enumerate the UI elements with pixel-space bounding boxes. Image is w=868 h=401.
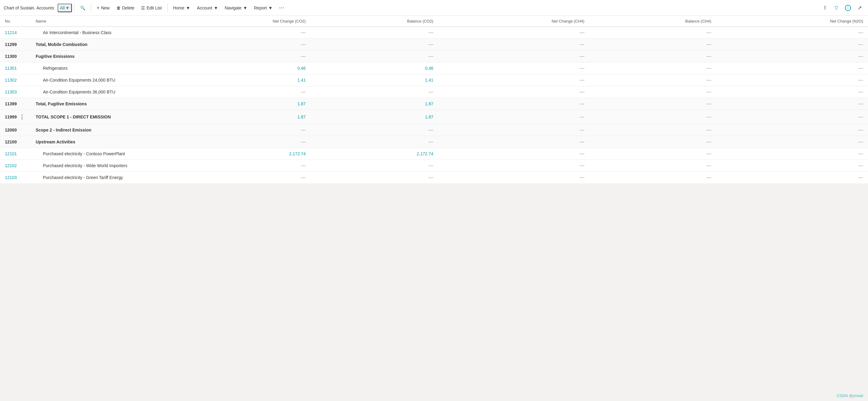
col-header-balance-co2: Balance (CO2): [310, 16, 438, 27]
table-cell-balance-co2: —: [310, 136, 438, 148]
dash-value: —: [301, 54, 306, 59]
more-button[interactable]: ···: [276, 4, 288, 12]
home-button[interactable]: Home ▼: [170, 4, 193, 12]
dash-value: —: [707, 139, 711, 144]
new-button-label: New: [101, 5, 110, 10]
table-cell-balance-ch4: —: [589, 124, 716, 136]
table-row: 11999⋮TOTAL SCOPE 1 - DIRECT EMISSION1.8…: [0, 110, 868, 124]
toolbar-separator-3: [167, 4, 167, 12]
table-row: 11303Air-Condition Equipments 36,000 BTU…: [0, 86, 868, 98]
navigate-button[interactable]: Navigate ▼: [222, 4, 250, 12]
info-button[interactable]: i: [843, 3, 853, 13]
report-chevron-icon: ▼: [269, 5, 273, 10]
table-cell-net-change-n2o: —: [716, 98, 868, 110]
filter-badge-button[interactable]: All ▼: [58, 4, 72, 12]
table-cell-net-change-ch4: —: [438, 136, 589, 148]
table-cell-no-link[interactable]: 12101: [0, 148, 31, 160]
table-cell-name-bold: Total, Fugitive Emissions: [31, 98, 159, 110]
dash-value: —: [428, 42, 433, 47]
share-icon: ⇧: [823, 5, 827, 11]
numeric-value: 1.41: [425, 78, 433, 82]
delete-button[interactable]: 🗑 Delete: [113, 4, 137, 12]
context-menu-dots[interactable]: ⋮: [18, 113, 26, 121]
dash-value: —: [301, 30, 306, 35]
table-cell-net-change-co2: —: [159, 39, 310, 51]
table-cell-net-change-co2: —: [159, 27, 310, 39]
table-cell-net-change-ch4: —: [438, 27, 589, 39]
filter-button[interactable]: ▽: [831, 3, 841, 13]
col-header-net-change-n2o: Net Change (N2O): [716, 16, 868, 27]
col-header-balance-ch4: Balance (CH4): [589, 16, 716, 27]
table-cell-no-link[interactable]: 12103: [0, 172, 31, 183]
table-cell-no-link[interactable]: 11214: [0, 27, 31, 39]
new-button[interactable]: + New: [94, 4, 113, 12]
table-cell-balance-co2: —: [310, 160, 438, 172]
table-cell-balance-co2: —: [310, 27, 438, 39]
numeric-value: 1.87: [425, 101, 433, 106]
table-cell-balance-co2: 1.41: [310, 74, 438, 86]
info-icon: i: [845, 5, 851, 11]
table-cell-net-change-ch4: —: [438, 172, 589, 183]
dash-value: —: [580, 77, 584, 82]
account-button-label: Account: [197, 5, 212, 10]
col-header-name: Name: [31, 16, 159, 27]
table-cell-balance-ch4: —: [589, 98, 716, 110]
table-cell-net-change-co2: —: [159, 124, 310, 136]
table-row: 11302Air-Condition Equipments 24,000 BTU…: [0, 74, 868, 86]
table-cell-net-change-n2o: —: [716, 160, 868, 172]
table-header-row: No. Name Net Change (CO2) Balance (CO2) …: [0, 16, 868, 27]
table-cell-no-bold: 11399: [0, 98, 31, 110]
accounts-table: No. Name Net Change (CO2) Balance (CO2) …: [0, 16, 868, 183]
dash-value: —: [580, 127, 584, 132]
accounts-table-wrap: No. Name Net Change (CO2) Balance (CO2) …: [0, 16, 868, 183]
share-button[interactable]: ⇧: [820, 3, 830, 13]
search-button[interactable]: 🔍: [77, 4, 88, 12]
dash-value: —: [858, 30, 863, 35]
table-cell-net-change-n2o: —: [716, 86, 868, 98]
numeric-value: 1.87: [297, 101, 306, 106]
table-cell-balance-ch4: —: [589, 110, 716, 124]
table-row: 11299Total, Mobile Combustion—————: [0, 39, 868, 51]
table-cell-net-change-co2: —: [159, 160, 310, 172]
collapse-button[interactable]: ↗: [855, 3, 864, 13]
table-cell-net-change-co2: —: [159, 51, 310, 62]
table-cell-no-link[interactable]: 12102: [0, 160, 31, 172]
navigate-button-label: Navigate: [225, 5, 242, 10]
table-cell-balance-ch4: —: [589, 62, 716, 74]
table-cell-net-change-n2o: —: [716, 148, 868, 160]
dash-value: —: [580, 175, 584, 180]
table-cell-net-change-n2o: —: [716, 51, 868, 62]
dash-value: —: [707, 114, 711, 119]
navigate-chevron-icon: ▼: [243, 5, 247, 10]
dash-value: —: [428, 127, 433, 132]
table-cell-no-link[interactable]: 11302: [0, 74, 31, 86]
table-cell-balance-co2: —: [310, 39, 438, 51]
toolbar: Chart of Sustain. Accounts: All ▼ 🔍 + Ne…: [0, 0, 868, 16]
table-cell-balance-co2: —: [310, 86, 438, 98]
table-cell-no-link[interactable]: 11303: [0, 86, 31, 98]
filter-icon: ▽: [835, 5, 838, 11]
numeric-value: 2,172.74: [289, 151, 306, 156]
delete-button-label: Delete: [122, 5, 134, 10]
table-cell-net-change-co2: 1.41: [159, 74, 310, 86]
table-cell-net-change-co2: —: [159, 136, 310, 148]
delete-icon: 🗑: [116, 5, 121, 10]
dash-value: —: [707, 151, 711, 156]
table-cell-name: Purchased electricity - Contoso PowerPla…: [31, 148, 159, 160]
table-cell-balance-co2: —: [310, 124, 438, 136]
dash-value: —: [580, 114, 584, 119]
table-cell-net-change-ch4: —: [438, 74, 589, 86]
report-button[interactable]: Report ▼: [251, 4, 276, 12]
table-row: 12103Purchased electricity - Green Tarif…: [0, 172, 868, 183]
table-cell-no-link[interactable]: 11301: [0, 62, 31, 74]
table-cell-balance-ch4: —: [589, 39, 716, 51]
table-cell-net-change-n2o: —: [716, 136, 868, 148]
table-cell-net-change-co2: 2,172.74: [159, 148, 310, 160]
edit-list-button[interactable]: ☰ Edit List: [138, 4, 165, 12]
home-button-label: Home: [173, 5, 184, 10]
dash-value: —: [858, 114, 863, 119]
dash-value: —: [580, 163, 584, 168]
dash-value: —: [858, 77, 863, 82]
table-cell-balance-ch4: —: [589, 160, 716, 172]
account-button[interactable]: Account ▼: [194, 4, 221, 12]
